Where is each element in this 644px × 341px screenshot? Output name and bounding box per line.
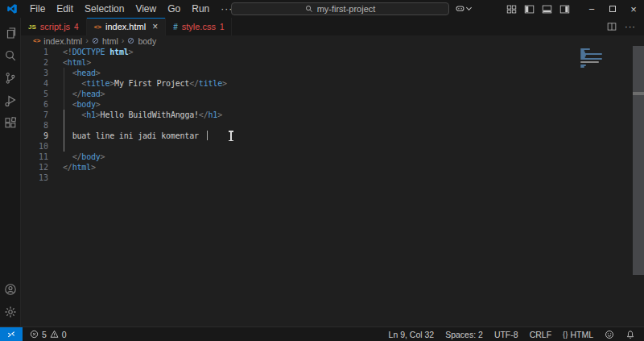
feedback-smiley[interactable] — [601, 330, 618, 339]
line-number[interactable]: 1 — [21, 47, 48, 57]
code-line[interactable]: 8 — [21, 120, 644, 131]
eol-status[interactable]: CRLF — [526, 330, 555, 339]
run-debug-icon[interactable] — [0, 89, 20, 112]
error-icon — [30, 330, 39, 339]
line-number[interactable]: 6 — [21, 99, 48, 110]
code-line[interactable]: 5 </head> — [21, 89, 644, 99]
line-number[interactable]: 2 — [21, 57, 48, 68]
code-line[interactable]: 10 — [21, 141, 644, 152]
line-number[interactable]: 4 — [21, 78, 48, 89]
minimize-icon: − — [588, 3, 595, 15]
cursor-position-status[interactable]: Ln 9, Col 32 — [385, 330, 439, 339]
notifications-bell[interactable] — [621, 330, 639, 339]
menu-file[interactable]: File — [24, 0, 51, 18]
tab-index-html[interactable]: <> index.html × — [87, 18, 167, 35]
restore-icon — [609, 6, 616, 12]
tab-label: index.html — [105, 22, 146, 31]
explorer-icon[interactable] — [0, 22, 20, 44]
bell-icon — [625, 330, 635, 339]
code-line[interactable]: 4 <title>My First Project</title> — [21, 78, 644, 89]
breadcrumb-file[interactable]: index.html — [43, 36, 82, 46]
line-number[interactable]: 9 — [21, 131, 48, 141]
code-text: <!DOCTYPE html> — [63, 47, 133, 57]
breadcrumb-body[interactable]: body — [138, 36, 156, 46]
code-text: <head> — [63, 68, 101, 78]
title-bar: File Edit Selection View Go Run ··· ← → … — [0, 0, 644, 18]
restore-button[interactable] — [602, 0, 623, 18]
settings-gear-icon[interactable] — [0, 301, 20, 323]
editor-actions: ··· — [607, 18, 644, 35]
code-editor[interactable]: 1<!DOCTYPE html>2<html>3 <head>4 <title>… — [21, 46, 644, 326]
minimize-button[interactable]: − — [581, 0, 602, 18]
problems-status[interactable]: 5 0 — [26, 330, 71, 339]
source-control-icon[interactable] — [0, 67, 20, 89]
code-text: </body> — [63, 152, 105, 162]
code-line[interactable]: 12</html> — [21, 162, 644, 173]
indent-guide — [64, 68, 64, 110]
symbol-icon — [92, 37, 99, 44]
code-line[interactable]: 13 — [21, 173, 644, 183]
tab-label: script.js — [40, 22, 70, 31]
titlebar-controls: − × — [506, 0, 644, 18]
tab-bar: JS script.js 4 <> index.html × # style.c… — [21, 18, 644, 35]
toggle-panel-icon[interactable] — [542, 4, 552, 15]
copilot-menu[interactable] — [455, 3, 471, 14]
menu-go[interactable]: Go — [162, 0, 186, 18]
customize-layout-icon[interactable] — [506, 4, 517, 15]
line-number[interactable]: 12 — [21, 162, 48, 173]
extensions-icon[interactable] — [0, 112, 20, 135]
menu-selection[interactable]: Selection — [79, 0, 130, 18]
tab-style-css[interactable]: # style.css 1 — [166, 18, 232, 35]
line-number[interactable]: 3 — [21, 68, 48, 78]
split-editor-icon[interactable] — [607, 22, 617, 31]
minimap-line — [580, 61, 599, 63]
menu-edit[interactable]: Edit — [51, 0, 79, 18]
indentation-status[interactable]: Spaces: 2 — [441, 330, 487, 339]
remote-indicator[interactable] — [0, 327, 23, 341]
line-number[interactable]: 7 — [21, 110, 48, 120]
encoding-status[interactable]: UTF-8 — [490, 330, 522, 339]
scrollbar[interactable] — [633, 46, 644, 275]
more-actions-icon[interactable]: ··· — [625, 22, 636, 31]
tab-script-js[interactable]: JS script.js 4 — [21, 18, 87, 35]
menu-run[interactable]: Run — [186, 0, 215, 18]
smiley-icon — [605, 330, 614, 339]
line-number[interactable]: 5 — [21, 89, 48, 99]
js-file-icon: JS — [28, 23, 36, 31]
toggle-primary-sidebar-icon[interactable] — [524, 4, 535, 15]
code-text: <body> — [63, 99, 101, 110]
chevron-right-icon: › — [122, 35, 125, 45]
menu-view[interactable]: View — [130, 0, 162, 18]
code-text: </head> — [63, 89, 105, 99]
code-line[interactable]: 9 buat line ini jadi komentar — [21, 131, 644, 141]
remote-icon — [6, 330, 16, 339]
code-line[interactable]: 11 </body> — [21, 152, 644, 162]
code-line[interactable]: 3 <head> — [21, 68, 644, 78]
code-line[interactable]: 7 <h1>Hello BuildWithAngga!</h1> — [21, 110, 644, 120]
close-window-button[interactable]: × — [623, 0, 644, 18]
command-center-search[interactable]: my-first-project — [231, 2, 449, 15]
copilot-icon — [455, 3, 465, 14]
html-file-icon: <> — [33, 37, 40, 44]
accounts-icon[interactable] — [0, 278, 20, 301]
tab-label: style.css — [182, 22, 216, 31]
code-line[interactable]: 2<html> — [21, 57, 644, 68]
line-number[interactable]: 11 — [21, 152, 48, 162]
code-line[interactable]: 1<!DOCTYPE html> — [21, 47, 644, 57]
code-text: </html> — [63, 162, 96, 173]
status-bar: 5 0 Ln 9, Col 32 Spaces: 2 UTF-8 CRLF {}… — [0, 326, 644, 341]
language-mode-status[interactable]: {} HTML — [559, 330, 597, 339]
line-number[interactable]: 13 — [21, 173, 48, 183]
search-value: my-first-project — [317, 4, 376, 14]
warning-icon — [50, 330, 59, 339]
code-line[interactable]: 6 <body> — [21, 99, 644, 110]
search-sidebar-icon[interactable] — [0, 44, 20, 67]
toggle-secondary-sidebar-icon[interactable] — [559, 4, 570, 15]
breadcrumb-html[interactable]: html — [102, 36, 118, 46]
line-number[interactable]: 8 — [21, 120, 48, 131]
line-number[interactable]: 10 — [21, 141, 48, 152]
minimap[interactable] — [580, 48, 608, 69]
ibeam-mouse-pointer — [230, 131, 232, 140]
close-tab-icon[interactable]: × — [152, 21, 158, 32]
braces-icon: {} — [563, 330, 568, 339]
